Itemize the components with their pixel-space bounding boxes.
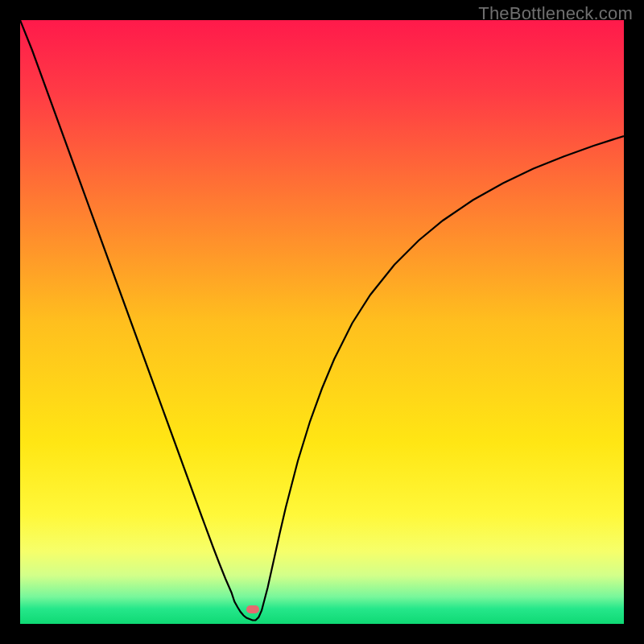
plot-area	[20, 20, 624, 624]
app-frame: TheBottleneck.com	[0, 0, 644, 644]
optimum-marker	[246, 605, 259, 613]
bottleneck-curve	[20, 20, 624, 621]
curve-layer	[20, 20, 624, 624]
watermark-text: TheBottleneck.com	[478, 3, 633, 24]
